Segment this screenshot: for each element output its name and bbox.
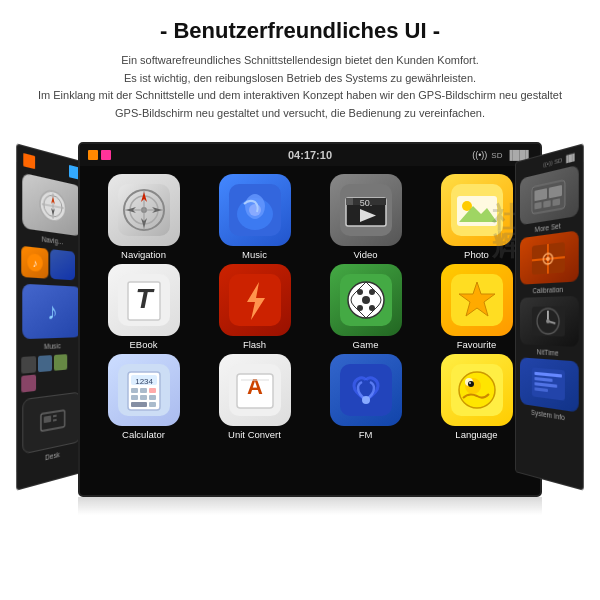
status-time: 04:17:10 <box>288 149 332 161</box>
app-navigation[interactable]: Navigation <box>90 174 197 260</box>
svg-rect-54 <box>149 388 156 393</box>
lp-tiny-icon-1 <box>21 356 36 374</box>
app-ebook[interactable]: T EBook <box>90 264 197 350</box>
sd-icon: SD <box>491 151 502 160</box>
app-flash[interactable]: Flash <box>201 264 308 350</box>
app-icon-fm <box>330 354 402 426</box>
app-convert[interactable]: A Unit Convert <box>201 354 308 440</box>
svg-rect-28 <box>346 198 353 205</box>
app-label-music: Music <box>242 249 267 260</box>
lp-label-music: Music <box>21 342 81 352</box>
rp-icon-systeminfo <box>520 358 579 413</box>
rp-icon-calibration <box>520 231 579 285</box>
svg-point-42 <box>357 289 363 295</box>
app-label-calculator: Calculator <box>122 429 165 440</box>
svg-rect-59 <box>149 402 156 407</box>
app-label-convert: Unit Convert <box>228 429 281 440</box>
svg-point-70 <box>468 381 474 387</box>
app-icon-photo <box>441 174 513 246</box>
lp-tiny-icon-4 <box>21 375 36 393</box>
app-favourite[interactable]: Favourite <box>423 264 530 350</box>
app-music[interactable]: Music <box>201 174 308 260</box>
app-icon-navigation <box>108 174 180 246</box>
main-screen: 04:17:10 ((•)) SD ▐██▌ <box>78 142 542 497</box>
app-label-language: Language <box>455 429 497 440</box>
status-orange-square <box>88 150 98 160</box>
app-label-game: Game <box>353 339 379 350</box>
status-bar: 04:17:10 ((•)) SD ▐██▌ <box>80 144 540 166</box>
page-title: - Benutzerfreundliches UI - <box>20 18 580 44</box>
app-grid: Navigation Music <box>80 166 540 448</box>
lp-icon-music: ♪ <box>22 284 81 340</box>
app-label-video: Video <box>353 249 377 260</box>
app-label-favourite: Favourite <box>457 339 497 350</box>
app-icon-flash <box>219 264 291 336</box>
wifi-icon: ((•)) <box>472 150 487 160</box>
svg-rect-11 <box>53 419 57 422</box>
app-icon-video: 50. <box>330 174 402 246</box>
left-panel: Navig... ♪ ♪ Music <box>16 144 85 491</box>
svg-rect-56 <box>140 395 147 400</box>
status-pink-square <box>101 150 111 160</box>
app-icon-music <box>219 174 291 246</box>
svg-point-43 <box>369 289 375 295</box>
right-panel: ((•)) SD ▐█▌ More Set <box>515 144 584 491</box>
app-icon-game <box>330 264 402 336</box>
svg-rect-64 <box>340 364 392 416</box>
app-video[interactable]: 50. Video <box>312 174 419 260</box>
svg-text:A: A <box>247 374 263 399</box>
rp-icon-nittime <box>520 296 579 347</box>
app-icon-ebook: T <box>108 264 180 336</box>
lp-icon-navigation <box>22 173 81 237</box>
svg-point-71 <box>469 382 471 384</box>
svg-point-45 <box>369 305 375 311</box>
lp-small-icon-2 <box>50 249 75 280</box>
svg-text:T: T <box>135 283 155 314</box>
svg-rect-53 <box>140 388 147 393</box>
svg-rect-55 <box>131 395 138 400</box>
lp-tiny-icon-2 <box>38 355 52 372</box>
svg-text:♪: ♪ <box>33 257 38 270</box>
header-section: - Benutzerfreundliches UI - Ein software… <box>0 0 600 132</box>
app-icon-language <box>441 354 513 426</box>
app-photo[interactable]: Photo <box>423 174 530 260</box>
svg-rect-10 <box>53 415 57 418</box>
svg-text:50.: 50. <box>359 198 372 208</box>
lp-tiny-icon-3 <box>54 354 67 371</box>
app-icon-favourite <box>441 264 513 336</box>
screen-container: Navig... ♪ ♪ Music <box>10 142 590 522</box>
app-label-navigation: Navigation <box>121 249 166 260</box>
rp-label-calibration: Calibration <box>519 285 579 295</box>
svg-rect-57 <box>149 395 156 400</box>
rp-label-nittime: NitTime <box>519 348 579 359</box>
app-label-ebook: EBook <box>130 339 158 350</box>
screen-reflection <box>78 497 542 515</box>
app-label-flash: Flash <box>243 339 266 350</box>
app-game[interactable]: Game <box>312 264 419 350</box>
app-label-photo: Photo <box>464 249 489 260</box>
status-left <box>88 150 111 160</box>
rp-icon-moreset <box>520 165 579 225</box>
svg-rect-9 <box>43 416 50 424</box>
svg-rect-58 <box>131 402 147 407</box>
svg-point-65 <box>362 396 370 404</box>
app-label-fm: FM <box>359 429 373 440</box>
app-language[interactable]: Language <box>423 354 530 440</box>
lp-icon-desk <box>22 392 81 455</box>
app-icon-convert: A <box>219 354 291 426</box>
svg-point-24 <box>249 204 261 216</box>
app-icon-calculator: 1234 <box>108 354 180 426</box>
lp-small-icon-1: ♪ <box>21 246 48 279</box>
svg-point-44 <box>357 305 363 311</box>
app-fm[interactable]: FM <box>312 354 419 440</box>
app-calculator[interactable]: 1234 Calculator <box>90 354 197 440</box>
svg-rect-52 <box>131 388 138 393</box>
svg-text:1234: 1234 <box>135 377 153 386</box>
description-text: Ein softwarefreundliches Schnittstellend… <box>20 52 580 122</box>
svg-point-41 <box>362 296 370 304</box>
